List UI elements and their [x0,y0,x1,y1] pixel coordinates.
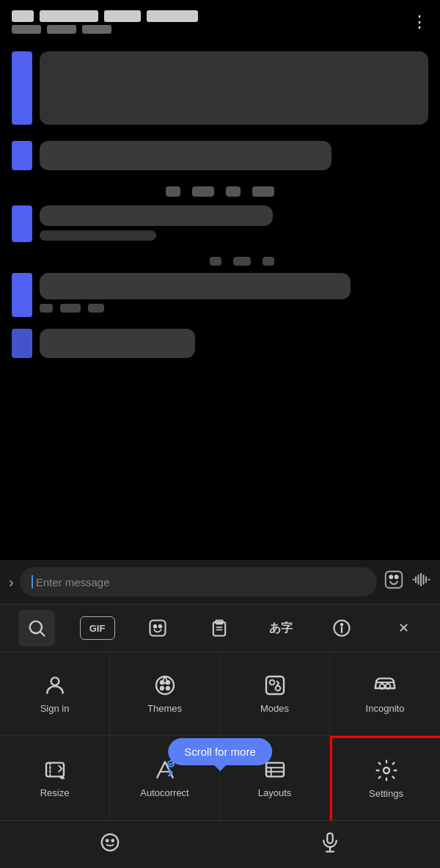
top-bar: ⋮ [0,0,440,44]
svg-point-24 [386,684,391,689]
voice-icon[interactable] [411,569,431,594]
palette-icon [153,674,177,697]
svg-point-36 [112,839,114,842]
resize-icon [43,758,67,781]
svg-rect-0 [386,572,403,588]
person-icon [43,674,67,697]
input-bar: › Enter message [0,560,440,604]
message-content-5 [40,329,428,362]
svg-point-2 [395,575,398,578]
menu-item-settings[interactable]: Settings [330,736,440,821]
message-input[interactable]: Enter message [20,567,377,597]
close-toolbar-button[interactable]: ✕ [385,610,422,646]
svg-point-21 [269,679,274,685]
info-icon [331,618,352,638]
settings-label: Settings [369,788,403,799]
chat-message-3 [12,205,428,245]
title-block-4 [147,10,198,22]
title-line2 [12,25,198,34]
input-placeholder: Enter message [36,576,110,588]
resize-label: Resize [40,787,70,798]
menu-item-sign-in[interactable]: Sign in [0,652,110,736]
chat-message-4 [12,273,428,317]
svg-point-1 [389,575,392,578]
themes-label: Themes [147,703,182,714]
incognito-label: Incognito [366,703,405,714]
gif-toolbar-button[interactable]: GIF [80,616,115,640]
sticker-icon [383,569,405,591]
bottom-row [0,820,440,868]
clipboard-toolbar-button[interactable] [201,610,238,646]
chat-area [0,44,440,560]
sub-separator [12,257,428,266]
keyboard-menu: Sign in Themes Modes Incognito [0,652,440,820]
incognito-icon [373,674,397,697]
microphone-icon [319,831,341,853]
scroll-tooltip-label: Scroll for more [184,745,256,758]
search-toolbar-button[interactable] [18,610,55,646]
avatar-4 [12,273,32,317]
menu-item-modes[interactable]: Modes [220,652,330,736]
emoji-icon[interactable] [383,569,405,595]
svg-point-14 [51,677,59,685]
svg-point-13 [341,624,342,625]
svg-rect-37 [327,833,333,843]
svg-point-6 [159,625,162,628]
subtitle-block-3 [82,25,111,34]
toolbar-row: GIF あ字 ✕ [0,604,440,652]
info-toolbar-button[interactable] [323,610,360,646]
scroll-tooltip: Scroll for more [168,738,272,765]
svg-point-23 [380,684,385,689]
avatar-5 [12,329,32,358]
chat-message-5 [12,329,428,362]
message-content-3 [40,205,428,245]
avatar-1 [12,51,32,125]
svg-point-33 [384,767,389,773]
svg-point-18 [161,687,164,690]
avatar-3 [12,205,32,242]
layouts-label: Layouts [258,787,292,798]
message-content-1 [40,51,428,129]
sticker-toolbar-button[interactable] [139,610,176,646]
expand-icon[interactable]: › [9,574,14,591]
svg-rect-4 [150,621,166,636]
title-block-2 [40,10,98,22]
microphone-button[interactable] [319,831,341,858]
more-options-icon[interactable]: ⋮ [411,12,428,32]
avatar-2 [12,141,32,170]
svg-point-22 [275,685,280,690]
modes-label: Modes [260,703,289,714]
svg-point-34 [102,834,119,850]
svg-point-35 [106,839,109,842]
modes-icon [263,674,287,697]
svg-rect-20 [266,676,284,694]
menu-item-incognito[interactable]: Incognito [330,652,440,736]
translate-toolbar-button[interactable]: あ字 [263,610,299,646]
svg-rect-29 [266,762,284,776]
cursor [32,575,33,588]
menu-item-themes[interactable]: Themes [110,652,220,736]
app-title [12,10,198,34]
sign-in-label: Sign in [40,703,70,714]
subtitle-block-1 [12,25,41,34]
message-content-2 [40,141,428,175]
autocorrect-label: Autocorrect [140,787,188,798]
title-block-3 [104,10,141,22]
message-content-4 [40,273,428,313]
chat-message-1 [12,51,428,129]
sticker-toolbar-icon [147,618,168,638]
gif-label: GIF [89,623,106,634]
smiley-icon [99,831,121,853]
settings-icon [375,759,398,782]
translate-label: あ字 [269,621,293,636]
svg-point-5 [154,625,157,628]
waveform-icon [411,569,431,590]
date-separator [12,186,428,197]
smiley-button[interactable] [99,831,121,858]
menu-item-resize[interactable]: Resize [0,736,110,821]
search-icon [26,618,47,638]
svg-point-19 [166,687,169,690]
title-block-1 [12,10,34,22]
clipboard-icon [209,618,230,638]
title-line1 [12,10,198,22]
